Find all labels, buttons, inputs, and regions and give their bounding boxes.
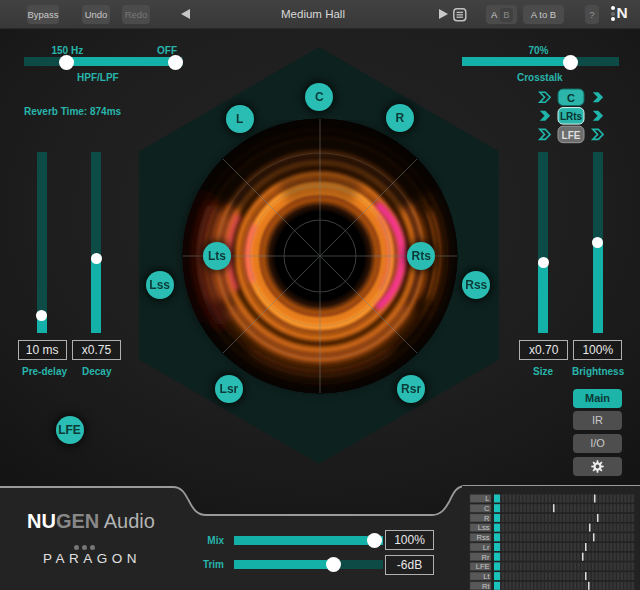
svg-text:Lr: Lr <box>483 543 490 552</box>
svg-text:LRts: LRts <box>560 111 583 122</box>
svg-text:Rr: Rr <box>482 553 490 562</box>
svg-text:LFE: LFE <box>562 129 581 140</box>
svg-text:C: C <box>567 91 575 103</box>
svg-text:LFE: LFE <box>476 562 490 571</box>
svg-text:C: C <box>484 504 490 513</box>
svg-text:L: L <box>485 494 489 503</box>
svg-text:R: R <box>484 514 490 523</box>
svg-text:Rt: Rt <box>482 582 490 590</box>
svg-text:Lt: Lt <box>483 572 490 581</box>
svg-text:Lss: Lss <box>478 523 490 532</box>
svg-text:Rss: Rss <box>477 533 490 542</box>
